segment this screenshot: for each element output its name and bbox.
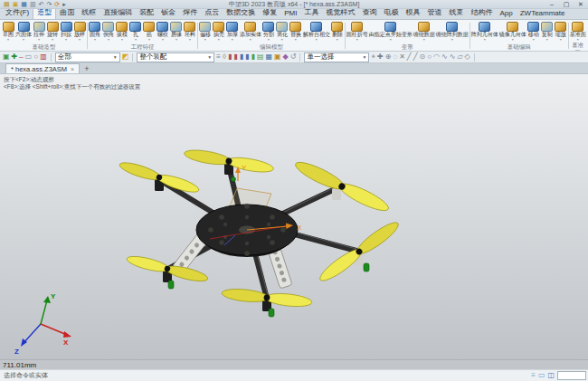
redo-icon[interactable]: ↷ [46, 1, 52, 8]
new-file-icon[interactable]: ▤ [4, 1, 10, 8]
undo-icon[interactable]: ↶ [39, 1, 44, 8]
document-tab-active[interactable]: * hexa.ass.Z3ASM × [5, 63, 80, 73]
ribbon-item[interactable]: 抽壳▾ [213, 21, 225, 42]
ribbon-item[interactable]: 基准面▾ [570, 21, 586, 42]
tab-mold[interactable]: 模具 [402, 9, 423, 19]
tab-file[interactable]: 文件(F) [2, 9, 33, 19]
ribbon-item[interactable]: 分割▾ [262, 21, 275, 42]
close-button[interactable]: ✕ [574, 0, 588, 8]
filter-intersection-icon[interactable]: ✕ [399, 52, 405, 62]
display-mode-icon[interactable]: ▭ [538, 371, 545, 380]
tab-tools[interactable]: 工具 [300, 9, 322, 19]
viewport-3d-canvas[interactable]: X Y Z X Y [0, 74, 588, 359]
ribbon-item[interactable]: 删除▾ [331, 21, 344, 42]
ribbon-item[interactable]: 解析自相交▾ [303, 21, 330, 42]
ribbon-item[interactable]: 草图▾ [2, 21, 14, 42]
filter-scope-combo[interactable]: 全部▼ [55, 52, 120, 62]
tab-point-cloud[interactable]: 点云 [201, 9, 223, 19]
ribbon-item[interactable]: 放样▾ [73, 21, 86, 42]
diamond-tool-icon[interactable]: ◆ [283, 52, 289, 62]
swatch-gold-icon[interactable]: ▣ [274, 52, 281, 62]
state-bar-3-icon[interactable]: ▮ [240, 52, 243, 62]
filter-line-icon[interactable]: ╱ [407, 52, 412, 62]
remove-entity-icon[interactable]: – [19, 52, 23, 62]
layer-manager-icon[interactable]: ≡ [531, 371, 536, 380]
state-bar-5-icon[interactable]: ▮ [251, 52, 255, 62]
ribbon-item[interactable]: 圆柱折弯▾ [346, 21, 368, 42]
add-tab-button[interactable]: + [80, 64, 93, 73]
ribbon-item[interactable]: 倒角▾ [102, 21, 115, 42]
swatch-green-icon[interactable]: ▤ [257, 52, 264, 62]
close-tab-icon[interactable]: × [71, 66, 74, 72]
ribbon-item[interactable]: 复制▾ [541, 21, 554, 42]
open-file-icon[interactable]: ▣ [13, 1, 19, 8]
ribbon-item[interactable]: 拔模▾ [116, 21, 128, 42]
ribbon-item[interactable]: 缠绕数据▾ [413, 21, 435, 42]
ribbon-item[interactable]: 镜像几何体▾ [499, 21, 526, 42]
filter-face-icon[interactable]: ▱ [457, 52, 462, 62]
ribbon-item[interactable]: 孔▾ [129, 21, 142, 42]
filter-midpoint-icon[interactable]: ⊕ [385, 52, 392, 62]
swatch-blue-icon[interactable]: ▦ [265, 52, 272, 62]
tab-sheet-metal[interactable]: 钣金 [157, 9, 179, 19]
regen-icon[interactable]: ⟳ [54, 1, 60, 8]
ribbon-item[interactable]: 由指定点开始变形▾ [369, 21, 413, 42]
ribbon-item[interactable]: 加厚▾ [226, 21, 239, 42]
tab-assembly[interactable]: 装配 [136, 9, 157, 19]
ribbon-item[interactable]: 螺纹▾ [156, 21, 169, 42]
tab-weldment[interactable]: 焊件 [179, 9, 201, 19]
ribbon-item[interactable]: 旋转▾ [46, 21, 59, 42]
tab-surface[interactable]: 曲面 [56, 9, 78, 19]
filter-endpoint-icon[interactable]: ✚ [377, 52, 384, 62]
assembly-scope-combo[interactable]: 整个装配▼ [137, 52, 214, 62]
tab-data-exchange[interactable]: 数据交换 [223, 9, 259, 19]
filter-circle-icon[interactable]: ⊙ [420, 52, 426, 62]
state-bar-4-icon[interactable]: ▮ [245, 52, 249, 62]
print-icon[interactable]: ▥ [30, 1, 36, 8]
view-settings-icon[interactable]: ◫ [547, 371, 555, 380]
chart-bars-icon[interactable]: ▥ [40, 52, 47, 62]
tab-inquire[interactable]: 查询 [358, 9, 380, 19]
refresh-filter-icon[interactable]: ↺ [290, 52, 297, 62]
anchor-constraint-icon[interactable]: ◊ [223, 52, 226, 62]
tab-electrode[interactable]: 电极 [380, 9, 402, 19]
ribbon-item[interactable]: 扫掠▾ [60, 21, 72, 42]
show-entity-icon[interactable]: ▣ [3, 52, 10, 62]
ribbon-item[interactable]: 移动▾ [527, 21, 540, 42]
ribbon-item[interactable]: 唇缘▾ [170, 21, 183, 42]
tab-direct-edit[interactable]: 直接编辑 [100, 9, 136, 19]
filter-center-icon[interactable]: ◌ [393, 52, 397, 62]
filter-arc-icon[interactable]: ◠ [433, 52, 440, 62]
filter-ellipse-icon[interactable]: ○ [427, 52, 432, 62]
more-icon[interactable]: ▸ [62, 1, 66, 8]
ribbon-item[interactable]: 简化▾ [276, 21, 289, 42]
filter-spline-icon[interactable]: ∿ [450, 52, 456, 62]
filter-point-icon[interactable]: ⌖ [371, 52, 375, 62]
ribbon-item[interactable]: 拉伸▾ [33, 21, 45, 42]
tab-pmi[interactable]: PMI [280, 9, 300, 19]
tab-wireframe[interactable]: 线框 [78, 9, 100, 19]
state-bar-2-icon[interactable]: ▮ [233, 52, 237, 62]
ribbon-item[interactable]: 圆角▾ [89, 21, 101, 42]
list-view-icon[interactable]: ≡ [216, 52, 221, 62]
scope-folder-icon[interactable]: ◩ [122, 52, 129, 62]
ribbon-item[interactable]: 添加实体▾ [240, 21, 261, 42]
minimize-button[interactable]: – [545, 0, 559, 8]
filter-curve-icon[interactable]: ∿ [441, 52, 448, 62]
ribbon-item[interactable]: 偏移▾ [199, 21, 212, 42]
filter-shape-icon[interactable]: ◇ [465, 52, 470, 62]
ribbon-item[interactable]: 坯料▾ [184, 21, 196, 42]
ribbon-item[interactable]: 筋▾ [143, 21, 156, 42]
filter-edge-icon[interactable]: ╱ [413, 52, 418, 62]
layer-combo[interactable] [557, 371, 586, 380]
state-bar-1-icon[interactable]: ▮ [228, 52, 232, 62]
tab-structure[interactable]: 结构件 [467, 9, 496, 19]
pick-mode-combo[interactable]: 单一选择▼ [304, 52, 369, 62]
add-entity-icon[interactable]: ✚ [12, 52, 18, 62]
maximize-button[interactable]: ▢ [559, 0, 574, 8]
ribbon-item[interactable]: 缩放▾ [555, 21, 567, 42]
ribbon-item[interactable]: 阵列几何体▾ [471, 21, 498, 42]
ribbon-item[interactable]: 六面体▾ [15, 21, 32, 42]
tab-shape[interactable]: 造型 [33, 9, 56, 19]
tab-repair[interactable]: 修复 [259, 9, 280, 19]
